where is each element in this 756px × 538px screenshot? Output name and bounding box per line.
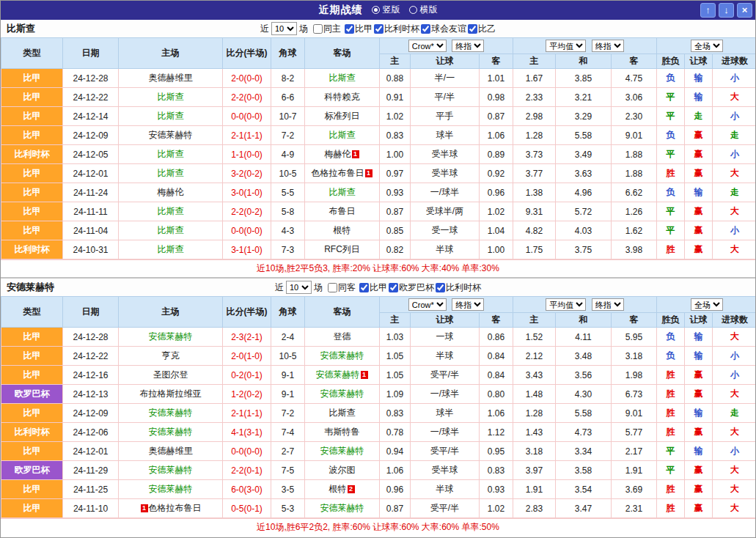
- cell-home-team: 比斯查: [119, 221, 223, 240]
- cell-competition: 比利时杯: [1, 145, 63, 164]
- league-filter-checkbox[interactable]: 比利时杯: [374, 23, 419, 35]
- team-name: 比斯查: [7, 22, 35, 35]
- cell-date: 24-12-16: [63, 366, 119, 385]
- avg-select[interactable]: 平均值: [546, 298, 586, 311]
- cell-away-team: 科特赖克: [305, 88, 380, 107]
- cell-ah-line: 平手: [411, 107, 480, 126]
- layout-radio-selected[interactable]: 竖版: [372, 4, 400, 16]
- col-header-goals: 进球数: [713, 54, 756, 69]
- cell-home-team: 圣图尔登: [119, 366, 223, 385]
- odds-stage-select[interactable]: 终指: [452, 298, 484, 311]
- cell-corners: 5-3: [271, 499, 305, 518]
- cell-eu-draw-odds: 3.75: [556, 240, 612, 259]
- league-filter-checkbox[interactable]: 球会友谊: [421, 23, 466, 35]
- cell-home-team: 比斯查: [119, 240, 223, 259]
- checkbox-label: 欧罗巴杯: [399, 281, 434, 294]
- team-link: 安德莱赫特: [149, 427, 193, 437]
- same-venue-checkbox[interactable]: 同客: [328, 281, 356, 294]
- league-filter-checkbox[interactable]: 比利时杯: [436, 281, 481, 294]
- cell-away-team: 安德莱赫特: [305, 347, 380, 366]
- cell-goals-result: 大: [713, 480, 756, 499]
- cell-eu-home-odds: 3.43: [513, 366, 556, 385]
- team-link: 圣图尔登: [153, 369, 188, 380]
- checkbox-input[interactable]: [345, 24, 354, 34]
- avg-stage-select[interactable]: 终指: [592, 40, 624, 52]
- cell-competition: 比利时杯: [1, 423, 63, 442]
- cell-eu-away-odds: 1.91: [612, 461, 657, 480]
- cell-date: 24-12-01: [63, 442, 119, 461]
- cell-ah-away-odds: 0.98: [480, 88, 513, 107]
- checkbox-input[interactable]: [421, 24, 430, 34]
- scroll-up-button[interactable]: ↑: [700, 3, 716, 18]
- cell-corners: 7-5: [271, 461, 305, 480]
- cell-result: 平: [657, 107, 685, 126]
- team-link: 根特: [329, 484, 347, 494]
- recent-results-window: 近期战绩 竖版横版 ↑ ↓ × 比斯查 近 10 场 同主 比甲比利时杯球会友谊…: [0, 0, 756, 538]
- layout-radio-option[interactable]: 横版: [409, 4, 438, 16]
- matches-table: 类型 日期 主场 比分(半场) 角球 客场 Crow* 终指 平均值 终指: [1, 296, 756, 518]
- same-venue-checkbox-input[interactable]: [313, 24, 323, 34]
- league-filter-checkbox[interactable]: 欧罗巴杯: [389, 281, 434, 294]
- avg-select[interactable]: 平均值: [546, 40, 586, 52]
- cell-ah-home-odds: 1.05: [380, 366, 411, 385]
- scope-select[interactable]: 全场: [691, 298, 723, 311]
- cell-ah-home-odds: 0.78: [380, 423, 411, 442]
- cell-corners: 10-7: [271, 107, 305, 126]
- cell-date: 24-11-29: [63, 461, 119, 480]
- cell-eu-home-odds: 2.12: [513, 347, 556, 366]
- league-filter-checkbox[interactable]: 比甲: [359, 281, 387, 294]
- checkbox-input[interactable]: [374, 24, 383, 34]
- cell-home-team: 布拉格斯拉维亚: [119, 385, 223, 404]
- summary-bar: 近10场,胜2平5负3, 胜率:20% 让球率:60% 大率:40% 单率:30…: [1, 259, 755, 277]
- checkbox-input[interactable]: [436, 283, 445, 292]
- odds-company-select[interactable]: Crow*: [408, 298, 447, 311]
- close-button[interactable]: ×: [737, 3, 752, 18]
- checkbox-input[interactable]: [468, 24, 477, 34]
- team-link: 奥德赫维里: [149, 446, 193, 456]
- same-venue-checkbox[interactable]: 同主: [313, 23, 341, 35]
- avg-stage-select[interactable]: 终指: [592, 298, 624, 311]
- cell-corners: 10-5: [271, 164, 305, 183]
- team-link: 比斯查: [329, 130, 356, 140]
- recent-count-select[interactable]: 10: [271, 22, 297, 35]
- cell-eu-draw-odds: 5.58: [556, 126, 612, 145]
- cell-eu-away-odds: 3.69: [612, 480, 657, 499]
- cell-competition: 比甲: [1, 366, 63, 385]
- league-filter-checkbox[interactable]: 比乙: [468, 23, 496, 35]
- cell-result: 胜: [657, 499, 685, 518]
- cell-corners: 9-1: [271, 385, 305, 404]
- team-link: 布拉格斯拉维亚: [140, 388, 202, 399]
- odds-stage-select[interactable]: 终指: [452, 40, 484, 52]
- col-header-home: 主场: [119, 38, 223, 69]
- scope-select[interactable]: 全场: [691, 40, 723, 52]
- cell-ah-home-odds: 1.06: [380, 461, 411, 480]
- cell-competition: 比甲: [1, 347, 63, 366]
- team-name: 安德莱赫特: [7, 281, 54, 294]
- table-row: 比甲24-12-28奥德赫维里2-0(0-0)8-2比斯查0.88半/一1.01…: [1, 69, 756, 88]
- col-header-away: 客场: [305, 38, 380, 69]
- cell-away-team: 比斯查: [305, 404, 380, 423]
- cell-away-team: 梅赫伦1: [305, 145, 380, 164]
- league-filter-checkbox[interactable]: 比甲: [345, 23, 373, 35]
- same-venue-checkbox-input[interactable]: [328, 283, 337, 292]
- cell-eu-draw-odds: 3.58: [556, 461, 612, 480]
- odds-company-select[interactable]: Crow*: [408, 40, 447, 52]
- cell-ah-away-odds: 1.02: [480, 499, 513, 518]
- checkbox-input[interactable]: [389, 283, 398, 292]
- table-row: 比利时杯24-12-06安德莱赫特4-1(3-1)7-4韦斯特鲁0.78一/球半…: [1, 423, 756, 442]
- cell-score: 0-5(0-1): [223, 499, 271, 518]
- cell-goals-result: 小: [713, 366, 756, 385]
- recent-count-select[interactable]: 10: [286, 281, 312, 294]
- cell-date: 24-12-22: [63, 88, 119, 107]
- cell-result: 胜: [657, 480, 685, 499]
- checkbox-input[interactable]: [359, 283, 369, 292]
- cell-score: 0-0(0-0): [223, 221, 271, 240]
- cell-eu-draw-odds: 3.85: [556, 69, 612, 88]
- col-header-away: 客场: [305, 297, 380, 328]
- cell-eu-draw-odds: 3.21: [556, 88, 612, 107]
- cell-away-team: 根特2: [305, 480, 380, 499]
- cell-handicap-result: 输: [685, 347, 713, 366]
- cell-result: 平: [657, 88, 685, 107]
- scroll-down-button[interactable]: ↓: [719, 3, 734, 18]
- cell-competition: 比甲: [1, 183, 63, 202]
